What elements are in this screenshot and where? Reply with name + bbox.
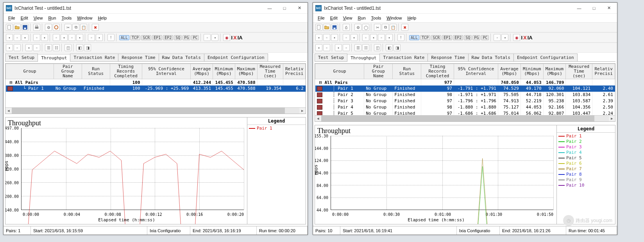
tool-icon[interactable]: ▪ (41, 34, 48, 41)
filter-all[interactable]: ALL (409, 35, 419, 40)
new-icon[interactable] (315, 24, 322, 31)
tool-icon[interactable]: ▫ (494, 34, 501, 41)
col-runstatus[interactable]: Run Status (82, 64, 110, 79)
col-confidence[interactable]: 95% Confidence Interval (142, 64, 191, 79)
col-rel[interactable]: Relativ Precisi (283, 64, 306, 79)
tab-endpoint-config[interactable]: Endpoint Configuration (204, 53, 268, 61)
save-icon[interactable] (21, 24, 29, 31)
paste-icon[interactable]: 📋 (80, 24, 87, 31)
legend-item[interactable]: Pair 2 (558, 139, 614, 144)
menu-file[interactable]: File (315, 15, 327, 21)
tool-icon[interactable]: ◨ (84, 44, 91, 51)
tool-icon[interactable]: ▫ (88, 34, 95, 41)
tool-icon[interactable]: ▪ (25, 44, 32, 51)
menu-run[interactable]: Run (355, 15, 368, 21)
tool-icon[interactable]: ▫ (343, 34, 350, 41)
tab-transaction-rate[interactable]: Transaction Rate (379, 53, 428, 61)
legend-item[interactable]: Pair 8 (558, 172, 614, 177)
scroll-right-icon[interactable]: ▸ (299, 108, 306, 114)
filter-ep1[interactable]: EP1 (442, 35, 452, 40)
menu-file[interactable]: File (6, 15, 18, 21)
tool-icon[interactable]: ▪ (21, 34, 29, 41)
filter-sq[interactable]: SQ (174, 35, 182, 40)
tool-icon[interactable]: ▫ (68, 34, 75, 41)
tool-icon[interactable]: ◧ (386, 44, 393, 51)
legend-item[interactable]: Pair 3 (558, 144, 614, 150)
tool-icon[interactable]: ▪ (370, 34, 377, 41)
legend-item[interactable]: Pair 10 (558, 183, 614, 188)
tool-icon[interactable]: ◫ (374, 44, 381, 51)
tool-icon[interactable]: ▪ (386, 34, 393, 41)
copy-icon[interactable]: ⧉ (72, 24, 79, 31)
tab-response-time[interactable]: Response Time (428, 53, 468, 61)
tool-icon[interactable]: ▫ (323, 34, 330, 41)
tool-icon[interactable]: ▫ (53, 34, 60, 41)
filter-pg[interactable]: PG (182, 35, 190, 40)
tool-icon[interactable]: ▪ (331, 34, 338, 41)
tab-raw-data[interactable]: Raw Data Totals (159, 53, 204, 61)
tool-icon[interactable]: ▫ (204, 34, 211, 41)
titlebar[interactable]: IxC IxChariot Test - untitled1.tst — □ ✕ (4, 3, 308, 14)
tab-transaction-rate[interactable]: Transaction Rate (70, 53, 118, 61)
stop-icon[interactable] (53, 24, 60, 31)
tool-icon[interactable]: ▪ (6, 34, 13, 41)
tool-icon[interactable]: ▫ (14, 34, 21, 41)
col-max[interactable]: Maximum (Mbps) (235, 64, 257, 79)
menu-view[interactable]: View (31, 15, 45, 21)
minimize-button[interactable]: — (262, 4, 277, 12)
table-row[interactable]: ┊ Pair 3No GroupFinished97-1.796 : +1.79… (315, 98, 615, 104)
tool-icon[interactable]: ▫ (14, 44, 21, 51)
filter-pc[interactable]: PC (481, 35, 489, 40)
tool-icon[interactable]: ▪ (315, 34, 322, 41)
filter-ep1[interactable]: EP1 (152, 35, 162, 40)
col-min[interactable]: Minimum (Mbps) (521, 64, 543, 79)
tool-icon[interactable]: ▪ (211, 34, 218, 41)
col-pairgroup[interactable]: Pair Group Name (364, 64, 393, 79)
tool-icon[interactable]: ◨ (394, 44, 401, 51)
filter-scr[interactable]: SCR (141, 35, 151, 40)
col-rel[interactable]: Relativ Precisi (592, 64, 615, 79)
legend-item[interactable]: Pair 7 (558, 166, 614, 172)
tool-icon[interactable]: ▫ (362, 34, 369, 41)
menu-view[interactable]: View (341, 15, 355, 21)
col-avg[interactable]: Average (Mbps) (191, 64, 213, 79)
tool-icon[interactable]: ▫ (33, 34, 40, 41)
row-all-pairs[interactable]: ⊟ All Pairs 977 748.050 44.053 146.789 (315, 79, 615, 85)
tool-icon[interactable]: ▪ (76, 34, 83, 41)
menu-edit[interactable]: Edit (328, 15, 340, 21)
tool-icon[interactable]: ▫ (343, 44, 350, 51)
tool-icon[interactable]: ▪ (351, 34, 358, 41)
col-time[interactable]: Measured Time (sec) (257, 64, 283, 79)
legend-item[interactable]: Pair 5 (558, 155, 614, 161)
col-group[interactable]: Group (315, 64, 364, 79)
tool-icon[interactable]: ! (107, 34, 114, 41)
close-button[interactable]: ✕ (292, 4, 307, 12)
filter-tcp[interactable]: TCP (420, 35, 430, 40)
table-row[interactable]: ┊ Pair 1No GroupFinished97-1.791 : +1.79… (315, 85, 615, 92)
hscroll[interactable]: ◂ ▸ (315, 115, 615, 121)
new-icon[interactable] (6, 24, 13, 31)
run-icon[interactable]: ⚙ (45, 24, 52, 31)
globe-icon[interactable]: ◉ (223, 34, 230, 41)
legend-item[interactable]: Pair 6 (558, 161, 614, 166)
titlebar[interactable]: IxC IxChariot Test - untitled1.tst — □ ✕ (313, 3, 617, 14)
filter-ep2[interactable]: EP2 (453, 35, 463, 40)
table-row[interactable]: ┊ Pair 4No GroupFinished98-1.880 : +1.88… (315, 104, 615, 110)
print-icon[interactable] (33, 24, 40, 31)
hscroll[interactable]: ◂ ▸ (5, 107, 306, 114)
filter-ep2[interactable]: EP2 (163, 35, 173, 40)
globe-icon[interactable]: ◉ (513, 34, 520, 41)
tool-icon[interactable]: ▪ (61, 34, 68, 41)
filter-all[interactable]: ALL (119, 35, 129, 40)
filter-tcp[interactable]: TCP (130, 35, 140, 40)
maximize-button[interactable]: □ (587, 4, 601, 12)
tool-icon[interactable]: ! (397, 34, 404, 41)
col-pairgroup[interactable]: Pair Group Name (54, 64, 82, 79)
col-confidence[interactable]: 95% Confidence Interval (454, 64, 498, 79)
tab-throughput[interactable]: Throughput (38, 54, 70, 62)
paste-icon[interactable]: 📋 (390, 24, 397, 31)
col-runstatus[interactable]: Run Status (393, 64, 421, 79)
tool-icon[interactable]: ▪ (6, 44, 13, 51)
tool-icon[interactable]: ▪ (96, 34, 103, 41)
tool-icon[interactable]: ▪ (335, 44, 342, 51)
